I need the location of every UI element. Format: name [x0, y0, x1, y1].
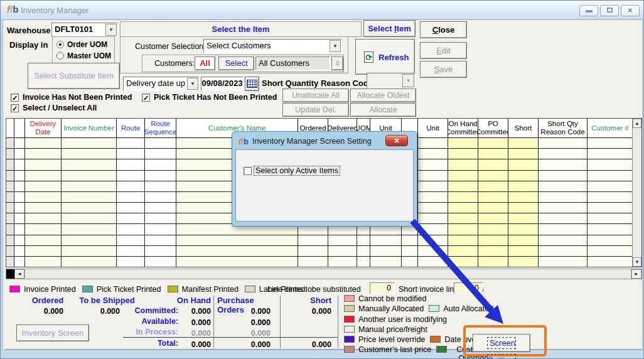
delivery-date-filter-dropdown[interactable]: Delivery date up to ▼: [123, 77, 200, 91]
table-cell-blank[interactable]: [402, 246, 418, 256]
customer-selection-type-dropdown[interactable]: Select Customers ▼: [203, 39, 342, 53]
table-cell-short[interactable]: [508, 213, 539, 223]
short-quantity-reason-code-dropdown[interactable]: ▼: [367, 73, 416, 88]
scrollbar-track[interactable]: [24, 269, 631, 279]
table-cell-invoice-number[interactable]: [62, 181, 117, 191]
table-cell-route-sequence[interactable]: [145, 224, 176, 234]
scroll-right-icon[interactable]: ►: [631, 269, 641, 279]
delivery-date-field[interactable]: 09/08/2023: [201, 77, 244, 91]
table-cell-route-sequence[interactable]: [145, 171, 176, 181]
master-uom-radio[interactable]: Master UOM: [56, 51, 111, 60]
scroll-up-icon[interactable]: ▲: [633, 119, 641, 128]
table-cell-on-hand-committed[interactable]: [448, 171, 478, 181]
column-header-delivery-date[interactable]: Delivery Date: [25, 119, 62, 137]
table-cell-delivery-date[interactable]: [25, 171, 62, 181]
table-cell-unit-2[interactable]: [418, 203, 448, 213]
unallocate-all-button[interactable]: Unallocate All: [282, 88, 349, 102]
edit-button[interactable]: Edit: [420, 42, 467, 59]
table-cell-po-committed[interactable]: [478, 159, 508, 169]
table-cell-blank[interactable]: [402, 235, 418, 245]
table-cell-customer-number[interactable]: [588, 171, 633, 181]
column-header-customer-number[interactable]: Customer #: [588, 119, 633, 137]
table-cell-on-hand-committed[interactable]: [448, 235, 478, 245]
horizontal-scrollbar[interactable]: ◄ ►: [6, 269, 642, 279]
table-cell-row-header[interactable]: [6, 192, 14, 202]
table-cell-short[interactable]: [508, 138, 539, 148]
table-cell-route-sequence[interactable]: [145, 213, 176, 223]
close-icon[interactable]: ✕: [621, 5, 640, 16]
table-cell-po-committed[interactable]: [478, 257, 508, 267]
table-cell-short[interactable]: [508, 257, 539, 267]
table-cell-short[interactable]: [508, 181, 539, 191]
table-cell-po-committed[interactable]: [478, 192, 508, 202]
table-cell-select[interactable]: [14, 257, 25, 267]
table-cell-row-header[interactable]: [6, 181, 14, 191]
table-cell-customer-number[interactable]: [588, 203, 633, 213]
table-cell-unit-2[interactable]: [418, 181, 448, 191]
table-cell-uom[interactable]: [357, 257, 370, 267]
vertical-scrollbar[interactable]: ▲ ▼: [632, 119, 641, 267]
column-header-short-qty-reason-code[interactable]: Short Qty Reason Code: [539, 119, 588, 137]
allocate-oldest-first-button[interactable]: Allocate Oldest First: [350, 88, 416, 102]
pick-ticket-not-printed-checkbox[interactable]: ✓ Pick Ticket Has Not Been Printed: [142, 93, 277, 102]
table-cell-short[interactable]: [508, 192, 539, 202]
table-cell-customer-number[interactable]: [588, 192, 633, 202]
close-button[interactable]: Close: [420, 21, 467, 38]
table-cell-invoice-number[interactable]: [62, 213, 117, 223]
table-cell-route[interactable]: [117, 224, 145, 234]
table-cell-short[interactable]: [508, 171, 539, 181]
table-cell-route[interactable]: [117, 149, 145, 159]
table-cell-customer-number[interactable]: [588, 138, 633, 148]
order-uom-radio[interactable]: Order UOM: [56, 40, 107, 49]
table-cell-ordered[interactable]: [298, 257, 328, 267]
column-header-invoice-number[interactable]: Invoice Number: [62, 119, 117, 137]
table-cell-unit-2[interactable]: [418, 235, 448, 245]
table-cell-short-qty-reason-code[interactable]: [539, 159, 588, 169]
table-cell-select[interactable]: [14, 149, 25, 159]
table-cell-select[interactable]: [14, 159, 25, 169]
table-cell-row-header[interactable]: [6, 159, 14, 169]
column-header-row-header[interactable]: [6, 119, 14, 137]
table-cell-route[interactable]: [117, 246, 145, 256]
table-cell-on-hand-committed[interactable]: [448, 246, 478, 256]
table-cell-select[interactable]: [14, 138, 25, 148]
table-cell-invoice-number[interactable]: [62, 235, 117, 245]
table-cell-invoice-number[interactable]: [62, 192, 117, 202]
table-cell-customer-number[interactable]: [588, 159, 633, 169]
table-cell-delivery-date[interactable]: [25, 224, 62, 234]
warehouse-dropdown-arrow-icon[interactable]: ▼: [105, 24, 117, 36]
table-cell-blank[interactable]: [402, 257, 418, 267]
select-item-button[interactable]: Select Item: [363, 20, 416, 37]
scroll-left-icon[interactable]: ◄: [14, 269, 24, 279]
table-cell-delivery-date[interactable]: [25, 246, 62, 256]
table-cell-short[interactable]: [508, 246, 539, 256]
table-cell-customer-number[interactable]: [588, 235, 633, 245]
table-cell-select[interactable]: [14, 235, 25, 245]
table-cell-route-sequence[interactable]: [145, 138, 176, 148]
inventory-screen-button[interactable]: Inventory Screen: [16, 324, 89, 341]
table-cell-short-qty-reason-code[interactable]: [539, 246, 588, 256]
table-cell-ordered[interactable]: [298, 235, 328, 245]
dialog-close-icon[interactable]: ✕: [385, 135, 408, 146]
table-cell-row-header[interactable]: [6, 235, 14, 245]
table-cell-po-committed[interactable]: [478, 171, 508, 181]
table-cell-unit-2[interactable]: [418, 213, 448, 223]
table-cell-route[interactable]: [117, 203, 145, 213]
table-cell-delivery-date[interactable]: [25, 203, 62, 213]
table-cell-delivery-date[interactable]: [25, 181, 62, 191]
table-cell-unit-2[interactable]: [418, 246, 448, 256]
table-cell-route-sequence[interactable]: [145, 257, 176, 267]
table-cell-customer-number[interactable]: [588, 257, 633, 267]
table-cell-route[interactable]: [117, 192, 145, 202]
table-cell-unit-2[interactable]: [418, 257, 448, 267]
table-cell-delivery-date[interactable]: [25, 235, 62, 245]
select-unselect-all-checkbox[interactable]: ✓ Select / Unselect All: [11, 104, 97, 112]
scroll-down-icon[interactable]: ▼: [633, 257, 641, 267]
table-cell-unit-2[interactable]: [418, 192, 448, 202]
table-cell-route-sequence[interactable]: [145, 192, 176, 202]
table-cell-short-qty-reason-code[interactable]: [539, 149, 588, 159]
table-cell-unit-2[interactable]: [418, 159, 448, 169]
table-cell-route[interactable]: [117, 213, 145, 223]
table-cell-delivery-date[interactable]: [25, 149, 62, 159]
table-cell-row-header[interactable]: [6, 138, 14, 148]
